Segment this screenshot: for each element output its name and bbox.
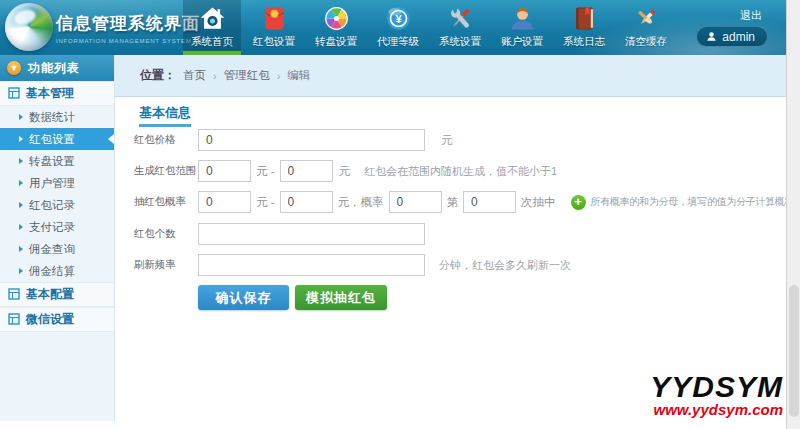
range-hint: 红包会在范围内随机生成，值不能小于1 xyxy=(364,164,557,179)
nav-label: 转盘设置 xyxy=(315,35,357,49)
prob-min-input[interactable] xyxy=(198,191,251,213)
field-label: 抽红包概率 xyxy=(134,195,198,209)
field-label: 红包个数 xyxy=(134,227,198,241)
prob-suffix: 次抽中 xyxy=(521,195,556,210)
add-probability-button[interactable]: + xyxy=(571,195,586,210)
prob-nth-input[interactable] xyxy=(463,191,516,213)
sidebar-group-label: 基本配置 xyxy=(26,286,74,303)
nav-item-wheel-settings[interactable]: 转盘设置 xyxy=(307,0,365,55)
arrow-right-icon xyxy=(19,224,23,230)
clean-cache-icon xyxy=(633,3,660,33)
count-input[interactable] xyxy=(198,223,425,245)
tab-label: 基本信息 xyxy=(139,105,191,120)
arrow-right-icon xyxy=(19,268,23,274)
sidebar-item-commission-query[interactable]: 佣金查询 xyxy=(0,238,114,260)
sidebar-item-payment-records[interactable]: 支付记录 xyxy=(0,216,114,238)
arrow-right-icon xyxy=(19,114,23,120)
sidebar: ▼ 功能列表 基本管理 数据统计 红包设置 转盘设置 用户管理 红包记录 xyxy=(0,55,115,421)
breadcrumb-section-link[interactable]: 管理红包 xyxy=(224,68,270,83)
sidebar-item-wheel-settings[interactable]: 转盘设置 xyxy=(0,150,114,172)
nav-item-system-log[interactable]: 系统日志 xyxy=(555,0,613,55)
nav-label: 系统首页 xyxy=(191,35,233,49)
refresh-hint: 分钟，红包会多久刷新一次 xyxy=(439,258,571,273)
confirm-save-button[interactable]: 确认保存 xyxy=(198,285,289,310)
breadcrumb-home-link[interactable]: 首页 xyxy=(183,68,206,83)
unit-suffix: 元 xyxy=(441,133,453,148)
nav-label: 账户设置 xyxy=(501,35,543,49)
range-max-input[interactable] xyxy=(280,160,333,182)
simulate-draw-button[interactable]: 模拟抽红包 xyxy=(295,285,387,310)
admin-username: admin xyxy=(722,30,755,44)
tab-basic-info[interactable]: 基本信息 xyxy=(139,103,191,122)
sidebar-group-label: 微信设置 xyxy=(26,311,74,328)
red-packet-icon xyxy=(261,3,288,33)
refresh-input[interactable] xyxy=(198,254,425,276)
sidebar-item-red-packet-records[interactable]: 红包记录 xyxy=(0,194,114,216)
color-wheel-icon xyxy=(323,3,350,33)
nav-label: 系统设置 xyxy=(439,35,481,49)
sidebar-item-commission-settlement[interactable]: 佣金结算 xyxy=(0,260,114,282)
prob-nth-separator: 第 xyxy=(447,195,459,210)
field-label: 红包价格 xyxy=(134,133,198,147)
breadcrumb: 位置： 首页 › 管理红包 › 编辑 xyxy=(115,55,786,97)
scrollbar-thumb[interactable] xyxy=(789,285,799,417)
grid-icon xyxy=(8,286,20,304)
form-row-price: 红包价格 元 xyxy=(134,129,453,151)
prob-max-input[interactable] xyxy=(280,191,333,213)
yen-coin-icon: ¥ xyxy=(385,3,412,33)
prob-value-input[interactable] xyxy=(389,191,442,213)
form-row-refresh: 刷新频率 分钟，红包会多久刷新一次 xyxy=(134,254,571,276)
sidebar-item-red-packet-settings[interactable]: 红包设置 xyxy=(0,128,114,150)
sidebar-header[interactable]: ▼ 功能列表 xyxy=(0,55,114,81)
sidebar-group-basic-config[interactable]: 基本配置 xyxy=(0,282,114,307)
breadcrumb-label: 位置： xyxy=(140,67,176,84)
breadcrumb-separator: › xyxy=(277,70,281,82)
nav-item-system-home[interactable]: 系统首页 xyxy=(183,0,241,55)
sidebar-group-basic-management[interactable]: 基本管理 xyxy=(0,81,114,106)
sidebar-header-label: 功能列表 xyxy=(28,60,80,77)
breadcrumb-current: 编辑 xyxy=(287,68,310,83)
sidebar-group-wechat-settings[interactable]: 微信设置 xyxy=(0,307,114,332)
range-min-input[interactable] xyxy=(198,160,251,182)
log-book-icon xyxy=(571,3,598,33)
grid-icon xyxy=(8,311,20,329)
sidebar-group-label: 基本管理 xyxy=(26,85,74,102)
person-icon xyxy=(509,3,536,33)
arrow-right-icon xyxy=(19,246,23,252)
nav-label: 红包设置 xyxy=(253,35,295,49)
nav-item-system-settings[interactable]: 系统设置 xyxy=(431,0,489,55)
nav-label: 代理等级 xyxy=(377,35,419,49)
range-separator: 元 - xyxy=(256,164,275,179)
admin-user-button[interactable]: admin xyxy=(696,26,768,47)
arrow-right-icon xyxy=(19,136,23,142)
breadcrumb-separator: › xyxy=(213,70,217,82)
tools-icon xyxy=(447,3,474,33)
svg-text:¥: ¥ xyxy=(395,12,402,24)
form-row-count: 红包个数 xyxy=(134,223,425,245)
collapse-chevron-icon: ▼ xyxy=(7,61,21,75)
sidebar-item-data-stats[interactable]: 数据统计 xyxy=(0,106,114,128)
app-logo xyxy=(5,3,53,51)
form-row-range: 生成红包范围 元 - 元 红包会在范围内随机生成，值不能小于1 xyxy=(134,160,557,182)
top-nav: 系统首页 红包设置 转盘设置 ¥ 代理等级 xyxy=(183,0,679,55)
unit-suffix: 元 xyxy=(339,164,351,179)
logout-link[interactable]: 退出 xyxy=(740,8,762,23)
price-input[interactable] xyxy=(198,129,425,151)
nav-item-account-settings[interactable]: 账户设置 xyxy=(493,0,551,55)
form-row-probability: 抽红包概率 元 - 元，概率 第 次抽中 + 所有概率的和为分母，填写的值为分子… xyxy=(134,191,800,213)
nav-item-red-packet-settings[interactable]: 红包设置 xyxy=(245,0,303,55)
nav-item-agent-level[interactable]: ¥ 代理等级 xyxy=(369,0,427,55)
nav-label: 系统日志 xyxy=(563,35,605,49)
user-avatar-icon xyxy=(706,28,717,46)
prob-label-separator: 元，概率 xyxy=(338,195,384,210)
nav-item-clear-cache[interactable]: 清空缓存 xyxy=(617,0,675,55)
arrow-right-icon xyxy=(19,180,23,186)
grid-icon xyxy=(8,85,20,103)
scrollbar-track[interactable] xyxy=(786,0,800,429)
sidebar-item-user-management[interactable]: 用户管理 xyxy=(0,172,114,194)
arrow-right-icon xyxy=(19,202,23,208)
arrow-right-icon xyxy=(19,158,23,164)
main-content: 基本信息 红包价格 元 生成红包范围 元 - 元 红包会在范围内随机生成，值不能… xyxy=(115,97,786,429)
probability-hint: 所有概率的和为分母，填写的值为分子计算概率，第几次可以不填 xyxy=(591,195,800,209)
app-window: 信息管理系统界面 INFORMATION MANAGEMENT SYSTEM G… xyxy=(0,0,800,429)
